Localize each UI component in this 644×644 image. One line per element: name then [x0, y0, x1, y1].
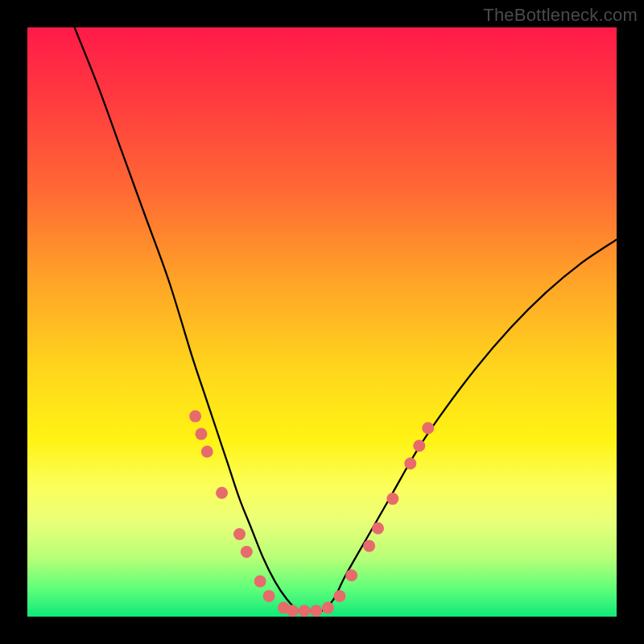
watermark-text: TheBottleneck.com: [483, 5, 638, 26]
curve-marker: [386, 493, 398, 505]
curve-marker: [372, 522, 384, 535]
curve-marker: [363, 540, 375, 552]
curve-marker: [345, 569, 357, 581]
curve-marker: [413, 440, 425, 452]
curve-marker: [299, 605, 311, 617]
curve-marker: [189, 411, 201, 423]
curve-marker: [322, 602, 334, 614]
curve-marker: [201, 446, 213, 458]
curve-marker: [333, 590, 345, 602]
curve-marker: [310, 605, 322, 617]
curve-marker: [263, 590, 275, 602]
chart-frame: TheBottleneck.com: [0, 0, 644, 644]
curve-marker: [287, 605, 299, 617]
curve-marker: [422, 422, 434, 434]
curve-marker: [216, 487, 228, 499]
bottleneck-curve: [75, 27, 617, 612]
curve-marker: [195, 428, 207, 440]
curve-svg: [27, 27, 617, 617]
curve-marker: [233, 528, 246, 540]
curve-marker: [254, 576, 266, 588]
curve-marker: [404, 457, 416, 469]
curve-markers: [189, 411, 434, 617]
plot-area: [27, 27, 617, 617]
curve-marker: [241, 546, 253, 558]
